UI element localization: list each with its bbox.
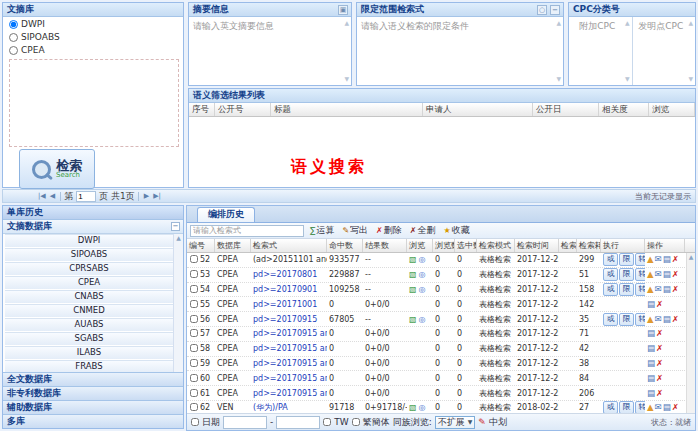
exec-button[interactable]: 限 — [619, 268, 634, 281]
results-column-header[interactable]: 公开号 — [215, 103, 271, 116]
sidebar-section-header[interactable]: 多库 — [3, 414, 183, 428]
row-checkbox[interactable] — [190, 329, 198, 337]
toolbar-button-4[interactable]: ✗全删 — [408, 224, 438, 237]
radio-cpea[interactable] — [9, 46, 18, 55]
query-link[interactable]: pd>=20170915 and drug — [253, 389, 327, 398]
row-checkbox[interactable] — [190, 270, 198, 278]
row-checkbox[interactable] — [190, 255, 198, 263]
browse-chart-icon[interactable]: ▧ — [409, 286, 417, 294]
sidebar-section-header[interactable]: 全文数据库 — [3, 372, 183, 386]
scroll-down-icon[interactable]: ▼ — [625, 76, 630, 82]
grid-scrollbar[interactable]: ▲ — [686, 253, 695, 413]
toolbar-button-2[interactable]: ✎写出 — [340, 224, 370, 237]
report-icon[interactable]: ▤ — [647, 344, 655, 353]
pager-prev-icon[interactable]: ◀ — [50, 192, 55, 200]
limit-expression-textarea[interactable] — [357, 17, 563, 85]
report-icon[interactable]: ▤ — [647, 300, 655, 309]
exec-button[interactable]: 限 — [619, 283, 634, 296]
query-link[interactable]: pd>=20170901 — [253, 285, 317, 294]
browse-chart-icon[interactable]: ▧ — [409, 316, 417, 324]
query-link[interactable]: (华为)/PA — [253, 403, 288, 412]
query-link[interactable]: pd>=20170915 and phone — [253, 344, 327, 353]
history-column-header[interactable]: 检索策略 — [559, 239, 577, 252]
trash-icon[interactable]: ✗ — [656, 300, 663, 309]
row-checkbox[interactable] — [190, 374, 198, 382]
row-checkbox[interactable] — [190, 403, 198, 411]
date-from-input[interactable] — [223, 416, 267, 429]
date-to-input[interactable] — [276, 416, 320, 429]
scroll-up-icon[interactable]: ▲ — [688, 20, 693, 26]
analyze-icon[interactable]: ▲ — [647, 270, 654, 279]
query-link[interactable]: pd>=20170915 — [253, 315, 317, 324]
query-link[interactable]: pd>=20170915 and samsung — [253, 359, 327, 368]
trash-icon[interactable]: ✗ — [656, 344, 663, 353]
report-icon[interactable]: ▤ — [663, 285, 671, 294]
sidebar-item-cprsabs[interactable]: CPRSABS — [5, 262, 173, 276]
mail-icon[interactable]: ✉ — [655, 255, 662, 264]
sidebar-item-ilabs[interactable]: ILABS — [5, 346, 173, 360]
analyze-icon[interactable]: ▲ — [647, 315, 654, 324]
browse-view-icon[interactable]: ◎ — [419, 316, 426, 324]
sidebar-section-header[interactable]: 非专利数据库 — [3, 386, 183, 400]
sidebar-item-cnabs[interactable]: CNABS — [5, 290, 173, 304]
radio-cpea-row[interactable]: CPEA — [9, 44, 183, 56]
scroll-down-icon[interactable]: ▼ — [688, 76, 693, 82]
trash-icon[interactable]: ✗ — [672, 285, 679, 294]
sidebar-item-cnmed[interactable]: CNMED — [5, 304, 173, 318]
exec-button[interactable]: 或 — [603, 401, 618, 413]
report-icon[interactable]: ▤ — [663, 403, 671, 412]
exec-button[interactable]: 转 — [635, 268, 645, 281]
pager-last-icon[interactable]: ▶| — [153, 192, 161, 200]
row-checkbox[interactable] — [190, 285, 198, 293]
exec-button[interactable]: 或 — [603, 313, 618, 326]
scroll-down-icon[interactable]: ▼ — [556, 76, 561, 82]
abstract-info-textarea[interactable] — [189, 17, 351, 85]
radio-dwpi[interactable] — [9, 20, 18, 29]
scroll-up-icon[interactable]: ▲ — [174, 234, 183, 242]
history-column-header[interactable]: 结果数 — [363, 239, 407, 252]
row-checkbox[interactable] — [190, 344, 198, 352]
mail-icon[interactable]: ✉ — [655, 270, 662, 279]
history-column-header[interactable]: 浏览 — [407, 239, 433, 252]
scroll-up-icon[interactable]: ▲ — [625, 20, 630, 26]
scroll-down-icon[interactable]: ▼ — [344, 76, 349, 82]
pager-page-input[interactable] — [76, 191, 96, 202]
query-link[interactable]: pd>=20170801 — [253, 270, 317, 279]
sidebar-item-sgabs[interactable]: SGABS — [5, 332, 173, 346]
browse-chart-icon[interactable]: ▧ — [409, 271, 417, 279]
radio-sipoabs-row[interactable]: SIPOABS — [9, 31, 183, 43]
additional-cpc-textarea[interactable] — [569, 17, 632, 85]
invention-cpc-textarea[interactable] — [633, 17, 696, 85]
analyze-icon[interactable]: ▲ — [647, 255, 654, 264]
history-column-header[interactable]: 检索耗时.. — [577, 239, 601, 252]
report-icon[interactable]: ▤ — [647, 359, 655, 368]
query-link[interactable]: (ad>20151101 and ad<20161.. — [253, 255, 327, 264]
report-icon[interactable]: ▤ — [647, 329, 655, 338]
history-column-header[interactable]: 检索时间 — [515, 239, 559, 252]
results-column-header[interactable]: 标题 — [271, 103, 423, 116]
history-column-header[interactable]: 检索式 — [251, 239, 327, 252]
history-column-header[interactable]: 执行 — [601, 239, 645, 252]
sidebar-item-cpea[interactable]: CPEA — [5, 276, 173, 290]
results-column-header[interactable]: 序号 — [189, 103, 215, 116]
date-checkbox[interactable] — [191, 418, 199, 426]
toolbar-button-3[interactable]: ✗删除 — [374, 224, 404, 237]
mail-icon[interactable]: ✉ — [655, 403, 662, 412]
query-input[interactable] — [190, 225, 304, 237]
trash-icon[interactable]: ✗ — [656, 359, 663, 368]
report-icon[interactable]: ▤ — [647, 374, 655, 383]
browse-view-icon[interactable]: ◎ — [419, 404, 426, 412]
collapse-icon[interactable]: − — [171, 222, 180, 231]
settings-icon[interactable]: ○ — [537, 5, 547, 15]
report-icon[interactable]: ▤ — [663, 315, 671, 324]
row-checkbox[interactable] — [190, 300, 198, 308]
toolbar-button-5[interactable]: ★收藏 — [442, 224, 472, 237]
browse-view-icon[interactable]: ◎ — [419, 286, 426, 294]
history-column-header[interactable]: 编号 — [187, 239, 215, 252]
scroll-up-icon[interactable]: ▲ — [344, 20, 349, 26]
results-column-header[interactable]: 公开日 — [533, 103, 599, 116]
sidebar-section-abstract-db[interactable]: 文摘数据库 − — [3, 220, 183, 234]
sidebar-scrollbar[interactable]: ▲ — [173, 234, 183, 372]
exec-button[interactable]: 限 — [619, 313, 634, 326]
radio-dwpi-row[interactable]: DWPI — [9, 18, 183, 30]
